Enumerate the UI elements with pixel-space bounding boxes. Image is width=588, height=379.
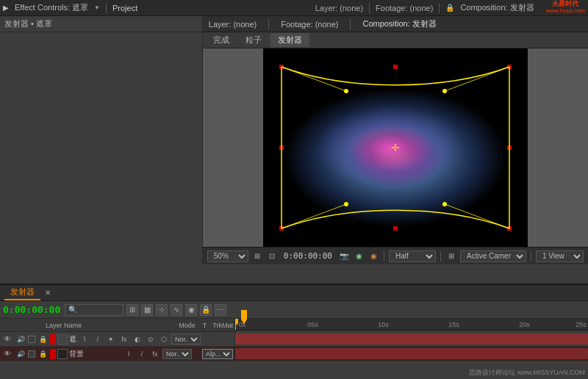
footage-panel-label[interactable]: Footage: (none): [281, 20, 338, 29]
timeline-tab[interactable]: 发射器: [4, 285, 40, 300]
close-tab-icon[interactable]: ✕: [45, 289, 51, 297]
layer-2-right: [235, 347, 588, 361]
handle-top-left[interactable]: [344, 89, 348, 93]
layer-name-1: 遮罩: [69, 334, 77, 344]
playhead-line[interactable]: [235, 319, 236, 330]
anchor-tr[interactable]: [507, 65, 512, 69]
camera-select[interactable]: Active Camera: [460, 250, 526, 262]
anchor-mr[interactable]: [507, 145, 512, 150]
3d-icon-1[interactable]: ⬡: [158, 333, 170, 345]
lock-icon: 🔒: [445, 4, 454, 12]
layer-col-header-row: Layer Name Mode T TrkMat 0s 05s 10s 15s …: [0, 319, 588, 332]
viewer-toolbar: 50% 100% 25% ⊞ ⊡ 0:00:00:00 📷 ◉ ◉ Half F…: [203, 247, 588, 264]
grid-icon[interactable]: ⊞: [445, 250, 457, 262]
color2-icon[interactable]: ◉: [368, 250, 379, 262]
view-select[interactable]: 1 View 2 Views 4 Views: [536, 250, 584, 262]
tab-fasheqi[interactable]: 发射器: [270, 33, 309, 47]
lock-tl-icon[interactable]: 🔒: [200, 304, 212, 316]
effect-controls-icon: ▶: [3, 4, 9, 12]
resolution-select[interactable]: Half Full Quarter: [389, 250, 436, 262]
new-comp-icon[interactable]: ⊞: [126, 304, 138, 316]
viewer-top-bar: Layer: (none) Footage: (none) Compositio…: [203, 16, 588, 32]
handle-bottom-left[interactable]: [344, 202, 348, 206]
handle-top-right[interactable]: [442, 89, 447, 93]
lock-icon-2[interactable]: 🔒: [37, 348, 49, 360]
tick-15s: 15s: [448, 321, 459, 328]
sep1: [384, 251, 384, 261]
render-icon[interactable]: ▦: [141, 304, 153, 316]
effect-controls-dropdown[interactable]: ▼: [94, 4, 100, 11]
layer-1-right: [235, 332, 588, 346]
handle-bottom-right[interactable]: [442, 202, 447, 206]
adjust-icon-1[interactable]: ⊙: [145, 333, 157, 345]
panels-row: 发射器 • 遮罩 Layer: (none) Footage: (none) C…: [0, 16, 588, 264]
more-icon[interactable]: ⋯: [215, 304, 226, 316]
mode-select-1[interactable]: Nor...AddMult: [171, 334, 201, 344]
col-trkmat: TrkMat: [212, 322, 233, 329]
anchor-ml[interactable]: [279, 145, 284, 150]
trkmat-select-2[interactable]: Alp...None: [202, 349, 233, 359]
missy-watermark: 思路设计师论坛 www.MISSYUAN.COM: [469, 368, 585, 378]
solo-2[interactable]: [28, 350, 35, 358]
col-t: T: [203, 322, 207, 329]
lock-icon-1[interactable]: 🔒: [37, 333, 49, 345]
breadcrumb: 发射器 • 遮罩: [0, 16, 202, 32]
timeline-search[interactable]: [65, 304, 123, 316]
top-bar: ▶ Effect Controls: 遮罩 ▼ Project Layer: (…: [0, 0, 588, 16]
mode-select-2[interactable]: Nor...Add: [162, 349, 192, 359]
timeline-timecode[interactable]: 0:00:00:00: [3, 304, 62, 315]
effect-controls-label[interactable]: Effect Controls: 遮罩: [15, 2, 88, 13]
composition-label[interactable]: Composition: 发射器: [460, 2, 534, 13]
solo-1[interactable]: [28, 336, 35, 343]
color-swatch-1[interactable]: [50, 334, 56, 344]
graph-icon[interactable]: ∿: [171, 304, 182, 316]
eye-icon-1[interactable]: 👁: [1, 333, 13, 345]
tick-20s: 20s: [519, 321, 530, 328]
fx-icon-2[interactable]: fx: [149, 348, 161, 360]
anchor-bm[interactable]: [393, 226, 398, 231]
effect-icon-1[interactable]: fx: [118, 333, 130, 345]
project-label[interactable]: Project: [112, 4, 137, 12]
layer-label: Layer: (none): [315, 4, 363, 12]
table-row: 👁 🔊 🔒 遮罩 ⌇ / ✦ fx: [0, 332, 588, 347]
viewer-timecode: 0:00:00:00: [284, 251, 332, 261]
anchor-tm[interactable]: [393, 65, 398, 69]
zoom-select[interactable]: 50% 100% 25%: [207, 250, 248, 262]
camera-snap-icon[interactable]: 📷: [338, 250, 350, 262]
timeline-header: 发射器 ✕: [0, 285, 588, 301]
shy-icon-2[interactable]: ⌇: [123, 348, 135, 360]
comp-tabs: 完成 粒子 发射器: [203, 32, 588, 48]
anchor-br[interactable]: [507, 226, 512, 231]
tick-10s: 10s: [378, 321, 389, 328]
motion-icon[interactable]: ⊹: [156, 304, 168, 316]
tab-lizi[interactable]: 粒子: [238, 33, 269, 47]
eye-icon-2[interactable]: 👁: [1, 348, 13, 360]
comp-panel-label[interactable]: Composition: 发射器: [362, 18, 436, 29]
color-icon[interactable]: ◉: [353, 250, 365, 262]
solo-icon[interactable]: ◉: [185, 304, 197, 316]
tick-5s: 05s: [307, 321, 318, 328]
layer-panel-label[interactable]: Layer: (none): [209, 20, 257, 29]
ratio-icon[interactable]: ⊡: [266, 250, 278, 262]
layer-bar-2[interactable]: [235, 348, 588, 359]
col-mode: Mode: [179, 322, 196, 329]
color-swatch-2[interactable]: [50, 349, 56, 359]
layer-thumb-1: [57, 334, 68, 344]
collapse-icon-1[interactable]: /: [92, 333, 104, 345]
shy-icon-1[interactable]: ⌇: [79, 333, 90, 345]
layer-cols-header: Layer Name Mode T TrkMat: [0, 319, 235, 332]
anchor-tl[interactable]: [279, 65, 284, 69]
anchor-bl[interactable]: [279, 226, 284, 231]
audio-icon-1[interactable]: 🔊: [15, 333, 26, 345]
layer-bar-1[interactable]: [235, 333, 588, 344]
col-layer-name: Layer Name: [46, 322, 82, 329]
fit-icon[interactable]: ⊞: [251, 250, 263, 262]
tab-wancheng[interactable]: 完成: [206, 33, 237, 47]
tick-25s: 25s: [576, 321, 587, 328]
viewer-panel: Layer: (none) Footage: (none) Compositio…: [203, 16, 588, 264]
motion-blur-1[interactable]: ◐: [132, 333, 143, 345]
slash-icon-2[interactable]: /: [136, 348, 148, 360]
left-panel: 发射器 • 遮罩: [0, 16, 203, 264]
audio-icon-2[interactable]: 🔊: [15, 348, 26, 360]
quality-icon-1[interactable]: ✦: [105, 333, 117, 345]
